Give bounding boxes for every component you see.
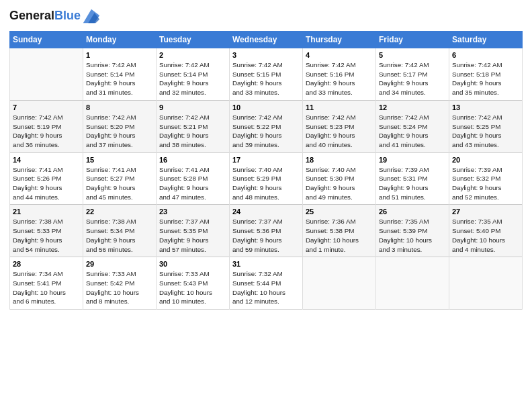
day-cell — [376, 257, 449, 310]
day-number: 30 — [159, 260, 226, 268]
day-number: 7 — [13, 103, 80, 111]
day-info: Sunrise: 7:42 AM Sunset: 5:23 PM Dayligh… — [306, 113, 373, 150]
day-cell: 11Sunrise: 7:42 AM Sunset: 5:23 PM Dayli… — [303, 100, 376, 152]
week-row-3: 14Sunrise: 7:41 AM Sunset: 5:26 PM Dayli… — [10, 152, 523, 205]
day-number: 18 — [306, 156, 373, 164]
day-cell — [449, 257, 523, 310]
day-cell: 17Sunrise: 7:40 AM Sunset: 5:29 PM Dayli… — [230, 152, 303, 205]
day-cell: 7Sunrise: 7:42 AM Sunset: 5:19 PM Daylig… — [10, 100, 83, 152]
day-info: Sunrise: 7:33 AM Sunset: 5:43 PM Dayligh… — [159, 269, 226, 306]
day-cell: 18Sunrise: 7:40 AM Sunset: 5:30 PM Dayli… — [303, 152, 376, 205]
day-number: 8 — [86, 103, 153, 111]
day-info: Sunrise: 7:42 AM Sunset: 5:15 PM Dayligh… — [232, 60, 300, 97]
logo-text: GeneralBlue — [9, 9, 81, 23]
logo: GeneralBlue — [9, 7, 101, 26]
day-number: 24 — [232, 208, 300, 216]
day-number: 15 — [86, 156, 153, 164]
day-info: Sunrise: 7:35 AM Sunset: 5:39 PM Dayligh… — [379, 217, 446, 254]
day-info: Sunrise: 7:33 AM Sunset: 5:42 PM Dayligh… — [86, 269, 153, 306]
day-info: Sunrise: 7:39 AM Sunset: 5:31 PM Dayligh… — [379, 165, 446, 202]
day-cell: 1Sunrise: 7:42 AM Sunset: 5:14 PM Daylig… — [83, 48, 157, 101]
day-number: 20 — [452, 156, 519, 164]
day-cell: 23Sunrise: 7:37 AM Sunset: 5:35 PM Dayli… — [157, 205, 230, 257]
day-number: 16 — [159, 156, 226, 164]
day-number: 5 — [379, 51, 446, 59]
week-row-2: 7Sunrise: 7:42 AM Sunset: 5:19 PM Daylig… — [10, 100, 523, 152]
col-header-wednesday: Wednesday — [230, 32, 303, 48]
day-number: 19 — [379, 156, 446, 164]
day-number: 3 — [232, 51, 300, 59]
day-number: 28 — [13, 260, 80, 268]
day-info: Sunrise: 7:40 AM Sunset: 5:29 PM Dayligh… — [232, 165, 300, 202]
day-info: Sunrise: 7:39 AM Sunset: 5:32 PM Dayligh… — [452, 165, 519, 202]
day-cell: 5Sunrise: 7:42 AM Sunset: 5:17 PM Daylig… — [376, 48, 449, 101]
logo-icon — [82, 7, 101, 26]
day-info: Sunrise: 7:42 AM Sunset: 5:22 PM Dayligh… — [232, 113, 300, 150]
day-number: 23 — [159, 208, 226, 216]
day-cell: 10Sunrise: 7:42 AM Sunset: 5:22 PM Dayli… — [230, 100, 303, 152]
day-info: Sunrise: 7:37 AM Sunset: 5:35 PM Dayligh… — [159, 217, 226, 254]
day-info: Sunrise: 7:40 AM Sunset: 5:30 PM Dayligh… — [306, 165, 373, 202]
day-cell — [303, 257, 376, 310]
day-info: Sunrise: 7:35 AM Sunset: 5:40 PM Dayligh… — [452, 217, 519, 254]
col-header-monday: Monday — [83, 32, 157, 48]
day-number: 4 — [306, 51, 373, 59]
day-info: Sunrise: 7:42 AM Sunset: 5:18 PM Dayligh… — [452, 60, 519, 97]
day-cell: 8Sunrise: 7:42 AM Sunset: 5:20 PM Daylig… — [83, 100, 157, 152]
day-cell: 21Sunrise: 7:38 AM Sunset: 5:33 PM Dayli… — [10, 205, 83, 257]
day-info: Sunrise: 7:42 AM Sunset: 5:20 PM Dayligh… — [86, 113, 153, 150]
day-number: 11 — [306, 103, 373, 111]
day-info: Sunrise: 7:42 AM Sunset: 5:14 PM Dayligh… — [159, 60, 226, 97]
week-row-5: 28Sunrise: 7:34 AM Sunset: 5:41 PM Dayli… — [10, 257, 523, 310]
day-cell: 27Sunrise: 7:35 AM Sunset: 5:40 PM Dayli… — [449, 205, 523, 257]
day-cell: 9Sunrise: 7:42 AM Sunset: 5:21 PM Daylig… — [157, 100, 230, 152]
day-number: 10 — [232, 103, 300, 111]
day-cell: 3Sunrise: 7:42 AM Sunset: 5:15 PM Daylig… — [230, 48, 303, 101]
day-info: Sunrise: 7:42 AM Sunset: 5:21 PM Dayligh… — [159, 113, 226, 150]
day-cell: 26Sunrise: 7:35 AM Sunset: 5:39 PM Dayli… — [376, 205, 449, 257]
header: GeneralBlue — [9, 7, 523, 26]
day-number: 13 — [452, 103, 519, 111]
day-cell: 12Sunrise: 7:42 AM Sunset: 5:24 PM Dayli… — [376, 100, 449, 152]
day-number: 22 — [86, 208, 153, 216]
day-cell: 13Sunrise: 7:42 AM Sunset: 5:25 PM Dayli… — [449, 100, 523, 152]
day-cell: 24Sunrise: 7:37 AM Sunset: 5:36 PM Dayli… — [230, 205, 303, 257]
day-number: 9 — [159, 103, 226, 111]
day-number: 29 — [86, 260, 153, 268]
col-header-thursday: Thursday — [303, 32, 376, 48]
calendar-table: SundayMondayTuesdayWednesdayThursdayFrid… — [9, 31, 523, 310]
day-cell: 2Sunrise: 7:42 AM Sunset: 5:14 PM Daylig… — [157, 48, 230, 101]
day-info: Sunrise: 7:42 AM Sunset: 5:16 PM Dayligh… — [306, 60, 373, 97]
day-cell: 22Sunrise: 7:38 AM Sunset: 5:34 PM Dayli… — [83, 205, 157, 257]
day-number: 6 — [452, 51, 519, 59]
day-number: 31 — [232, 260, 300, 268]
day-info: Sunrise: 7:37 AM Sunset: 5:36 PM Dayligh… — [232, 217, 300, 254]
day-cell: 30Sunrise: 7:33 AM Sunset: 5:43 PM Dayli… — [157, 257, 230, 310]
day-cell: 28Sunrise: 7:34 AM Sunset: 5:41 PM Dayli… — [10, 257, 83, 310]
day-cell: 25Sunrise: 7:36 AM Sunset: 5:38 PM Dayli… — [303, 205, 376, 257]
day-info: Sunrise: 7:36 AM Sunset: 5:38 PM Dayligh… — [306, 217, 373, 254]
col-header-tuesday: Tuesday — [157, 32, 230, 48]
day-cell: 29Sunrise: 7:33 AM Sunset: 5:42 PM Dayli… — [83, 257, 157, 310]
col-header-saturday: Saturday — [449, 32, 523, 48]
col-header-friday: Friday — [376, 32, 449, 48]
day-info: Sunrise: 7:32 AM Sunset: 5:44 PM Dayligh… — [232, 269, 300, 306]
day-info: Sunrise: 7:41 AM Sunset: 5:27 PM Dayligh… — [86, 165, 153, 202]
day-number: 2 — [159, 51, 226, 59]
day-info: Sunrise: 7:42 AM Sunset: 5:24 PM Dayligh… — [379, 113, 446, 150]
day-info: Sunrise: 7:42 AM Sunset: 5:19 PM Dayligh… — [13, 113, 80, 150]
day-cell: 16Sunrise: 7:41 AM Sunset: 5:28 PM Dayli… — [157, 152, 230, 205]
day-number: 14 — [13, 156, 80, 164]
col-header-sunday: Sunday — [10, 32, 83, 48]
day-info: Sunrise: 7:41 AM Sunset: 5:26 PM Dayligh… — [13, 165, 80, 202]
day-info: Sunrise: 7:42 AM Sunset: 5:17 PM Dayligh… — [379, 60, 446, 97]
day-info: Sunrise: 7:42 AM Sunset: 5:14 PM Dayligh… — [86, 60, 153, 97]
day-info: Sunrise: 7:42 AM Sunset: 5:25 PM Dayligh… — [452, 113, 519, 150]
day-number: 12 — [379, 103, 446, 111]
day-number: 21 — [13, 208, 80, 216]
page-container: GeneralBlue SundayMondayTuesdayWednesday… — [0, 0, 532, 315]
day-cell: 31Sunrise: 7:32 AM Sunset: 5:44 PM Dayli… — [230, 257, 303, 310]
day-number: 1 — [86, 51, 153, 59]
day-info: Sunrise: 7:38 AM Sunset: 5:34 PM Dayligh… — [86, 217, 153, 254]
week-row-4: 21Sunrise: 7:38 AM Sunset: 5:33 PM Dayli… — [10, 205, 523, 257]
